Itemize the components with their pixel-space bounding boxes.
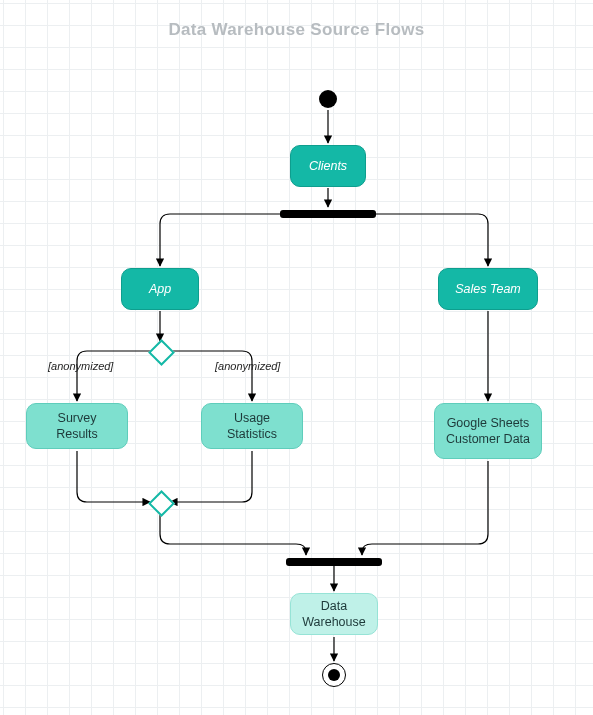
decision-diamond <box>148 339 175 366</box>
edge-label-anonymized-left: [anonymized] <box>48 360 113 372</box>
merge-diamond <box>148 490 175 517</box>
end-node <box>322 663 346 687</box>
node-app: App <box>121 268 199 310</box>
join-bar <box>286 558 382 566</box>
fork-bar <box>280 210 376 218</box>
node-clients: Clients <box>290 145 366 187</box>
node-usage-statistics: Usage Statistics <box>201 403 303 449</box>
node-survey-results: Survey Results <box>26 403 128 449</box>
edge-label-anonymized-right: [anonymized] <box>215 360 280 372</box>
diagram-title: Data Warehouse Source Flows <box>0 20 593 40</box>
node-data-warehouse: Data Warehouse <box>290 593 378 635</box>
node-google-sheets: Google Sheets Customer Data <box>434 403 542 459</box>
node-sales-team: Sales Team <box>438 268 538 310</box>
start-node <box>319 90 337 108</box>
diagram-canvas: Data Warehouse Source Flows <box>0 0 593 715</box>
